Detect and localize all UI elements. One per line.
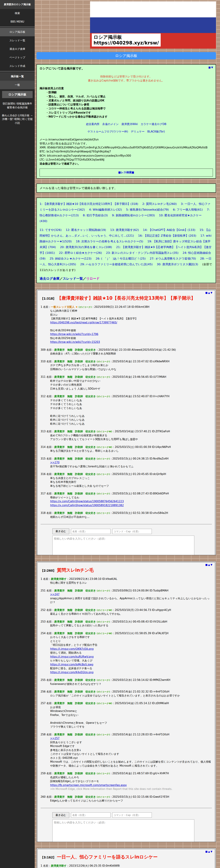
post-datetime-id: ：2025/03/14(金) 23:46:56.65 ID:/LF7/MIAH [110, 375, 166, 378]
donation-note: 管理人が受け取る金品は以下のみです。 [39, 142, 213, 146]
thread-list-item-link[interactable]: 22: 星野ロミ綜合★カクケー(26) [59, 251, 102, 254]
thread-list-link[interactable]: スレッド一覧 [63, 277, 83, 280]
post-body-line: >>270 [50, 461, 212, 465]
name-input[interactable] [71, 812, 111, 818]
thread-list-item-link[interactable]: 13: 唐澤貴洋殺す(62) [110, 228, 139, 231]
related-link[interactable]: カラケー過去ログDB [141, 123, 166, 126]
post-body-line: ホスト元: 040298.xyz [50, 756, 212, 760]
post-body-textarea[interactable] [53, 535, 194, 555]
thread-list-item-link[interactable]: 5: 猪島康生(Takoseika)総合(79) [126, 208, 169, 211]
submit-post-button[interactable]: 書き込む [53, 528, 69, 534]
post-datetime-id: ：2025/03/11(火) 00:45:08.43 ID:VV2lLLdbH [110, 620, 167, 623]
res-search-link[interactable]: ■レス検索■ [118, 171, 134, 174]
post-link[interactable]: https://fb.smartscreen.microsoft.com/sma… [50, 784, 127, 787]
thread-box-inner: ■▲▼【3:162】一日一人、恒心ファミリーを語るスレinロシケー1 名前：唐澤… [37, 849, 215, 868]
post-link[interactable]: https://x.com/CallinShow/status/19005887… [50, 500, 124, 503]
thread-list-item-link[interactable]: 9: 新路線開拓省inロシケー(283) [112, 214, 155, 217]
usage-notice-item: ・防弾鯖 [46, 90, 213, 94]
post-author-name: 唐澤貴洋 無能 詐欺師 幼女好き [54, 512, 96, 515]
post-body-line: https://i.imgur.com/JpMcBpS.jpeg [50, 663, 212, 666]
thread-list-item-link[interactable]: 11: てすや(326) [39, 228, 62, 231]
submit-post-button[interactable]: 書き込む [53, 812, 69, 818]
sidebar-item-bbs-menu[interactable]: BBS MENU [0, 18, 35, 26]
related-link[interactable]: 唐澤貴洋Wiki [121, 123, 138, 126]
post-datetime-id: ：2025/03/14(金) 21:02:32.32 ID:+4mF51KsH [110, 690, 169, 693]
thread-list-item-link[interactable]: 18: 次期カラケーの名称を考えるスレinカクケー(5) [76, 240, 143, 243]
post-body-textarea[interactable] [53, 819, 194, 842]
thread-list-item-link[interactable]: 20: 唐澤貴洋(3)の渾名を書くスレ(108) [60, 245, 112, 249]
thread-list-footer: 過去ログ倉庫／スレッド一覧／リロード [39, 276, 213, 281]
thread-list-item-link[interactable]: 29: ハセカラファミリー全都道府県に住んでいた説(45) [80, 262, 153, 266]
thread-list-item-link[interactable]: 1: 【唐澤貴洋殺す】雑談★10【長谷川亮太特定13周年】【厚子開示】(318) [39, 202, 138, 206]
post-link[interactable]: https://i.imgur.com/K4xEGUo.png [50, 671, 94, 674]
thread-list-item-link[interactable]: 26: ( ’ｊ’ )あ！今日土曜日ど！(25) [96, 257, 146, 260]
thread-list-item-link[interactable]: 4: Wiki編集依頼スレ(32) [89, 208, 122, 211]
post-datetime-id: ：2025/03/14(金) 23:52:40.07 ID:V+cHAH7YH [110, 395, 169, 398]
related-link[interactable]: 永遠のメイン [102, 123, 119, 126]
post-body-line: アカウント切り替えなくてもツイート閲覧出来るし引用RTも飛ばし放題や [50, 437, 212, 441]
post-datetime-id: ：2025/03/14(金) 22:33:00 Allowed(2025/03/… [96, 348, 176, 351]
post-link[interactable]: https://040298.xyz/test/read.cgi/krsw/17… [50, 321, 117, 324]
thread-nav-icons[interactable]: ■▲▼ [205, 850, 213, 853]
post-capcode: (ガイコーク) [97, 360, 110, 363]
thread-list-item-link[interactable]: 16: 【田記正規】Z李綜合【新宿租界】(203) [138, 234, 196, 237]
sidebar-item-page-top[interactable]: ページトップ [0, 53, 35, 62]
related-link[interactable]: BLACK板(Tor) [147, 130, 165, 133]
intro-red-notice-1: 削除依頼などは管理スレで受け付けます。 [39, 75, 213, 79]
post-link[interactable]: https://i.imgur.com/kuRURwV.png [50, 655, 94, 658]
reload-link[interactable]: リロード [86, 277, 100, 280]
post: 313 名前：唐澤貴洋 無能 詐欺師 幼女好き (ガイコークW)：2025/03… [41, 430, 212, 441]
post-body-line: https://x.com/CallinShow/status/19005887… [50, 499, 212, 503]
command-cap-input[interactable] [112, 529, 152, 534]
thread-nav-icons[interactable]: ■▲▼ [205, 291, 213, 294]
post-capcode: (ガイコーク) [78, 306, 92, 308]
post-header: 260 名前：唐澤貴洋 無能 詐欺師 幼女好き (ガイコーク)：2025/03/… [41, 795, 212, 799]
thread-number-count: 【1:318】 [41, 297, 56, 300]
thread-nav-icons[interactable]: ■▲▼ [205, 563, 213, 566]
post-link[interactable]: https://x.com/CallinShow/status/19005891… [50, 504, 124, 507]
thread-list-item-link[interactable]: 12: 匿名チャット開拓路線(19) [66, 228, 106, 231]
post-body-line: ヒゲ剃りもしないで登場。大あくび [50, 659, 212, 663]
sidebar-item-search[interactable]: 検索 [0, 9, 35, 18]
intro-nav-icons[interactable]: ■▼ [208, 66, 214, 69]
sidebar-item-russia-board-active[interactable]: ロシア掲示板 [0, 28, 35, 36]
related-link[interactable]: ゲストルームフロア(ウツケー枠) [88, 130, 128, 133]
post-link[interactable]: https://i.imgur.com/OKN7cEA.png [50, 647, 94, 650]
anchor-link[interactable]: >>247 [50, 593, 60, 596]
sidebar-board-russia[interactable]: ロシア掲示板 [2, 91, 33, 98]
thread-list-item-link[interactable]: 25: 婞綜合スレ★カクケー(123) [50, 257, 91, 260]
thread-list-item-link[interactable]: 27: オウム真理教モスクワ道場(70) [150, 257, 196, 260]
sidebar-board-asahi[interactable]: 朝日新聞社 情報漏洩事件 被害者の会掲示板 [0, 100, 35, 112]
post: 316 名前：唐澤貴洋 無能 詐欺師 幼女好き (ガイコーク)：2025/03/… [41, 472, 212, 488]
post-body-line: 改めてXのブロック機能の仕様変更が有能過ぎる [50, 433, 212, 437]
post-author-name: 唐澤貴洋 無能 詐欺師 幼女好き [54, 445, 96, 448]
post-author-name: 唐澤貴洋 無能 詐欺師 幼女好き [54, 772, 96, 775]
post-body-line: 誤検知報告Edgeしかできないゴリホーモ [50, 779, 212, 783]
post-link[interactable]: https://i.imgur.com/JpMcBpS.jpeg [50, 663, 93, 666]
thread-list-item-link[interactable]: 6: フリー個人情報(61) [173, 208, 203, 211]
anchor-link[interactable]: >>270 [50, 461, 60, 464]
sidebar-item-past-log[interactable]: 過去ログ倉庫 [0, 45, 35, 53]
thread-list-item-link[interactable]: 14: 【ChatGPT】AI綜合【Grok】(133) [143, 228, 195, 231]
thread-list-item-link[interactable]: 2: 質問スレinチン毛(260) [142, 202, 177, 206]
post-link[interactable]: https://krsw-wiki.in/wiki/?curid=15203 [50, 340, 100, 344]
thread-list-item-link[interactable]: 23: 新スレのスレタイ・テンプレ内容等議論用スレ(35) [106, 251, 178, 254]
name-input[interactable] [71, 529, 111, 534]
post-link[interactable]: https://krsw-wiki.in/wiki/?curid=1796 [50, 333, 98, 336]
related-link[interactable]: 総合案内所 [86, 123, 100, 126]
thread-list-item-link[interactable]: 30: 唐澤貴洋ボツリヌス菌説(3) [157, 262, 198, 266]
post-datetime-id: ：2025/03/15(土) 01:20:45.65 ID:dcQir9plH [110, 472, 166, 476]
anchor-link[interactable]: >>257 [50, 737, 60, 740]
sidebar-item-thread-list[interactable]: スレッド一覧 [0, 36, 35, 45]
thread-list-item-link[interactable]: 8: 犯行予告綜合(3) [83, 214, 108, 217]
post: 256 名前：唐澤貴洋 無能 詐欺師 幼女好き (ガイコーク)：2025/03/… [41, 690, 212, 698]
related-link[interactable]: デリュケー [131, 130, 145, 133]
post: 1 名前：一般スレッド支配人 ★ (ガイコーク)：2025/03/09(日) 2… [41, 305, 212, 344]
past-log-link[interactable]: 過去ログ倉庫 [39, 277, 60, 280]
sidebar-board-abarenbo[interactable]: 暴れん坊会計士II掲示板 ～洋機一髪! 暗闇に咲く官能小説 [0, 112, 35, 127]
main-content: ロシア掲示板 https://040298.xyz/krsw/ ロシア掲示板 ■… [35, 0, 220, 868]
thread-box-inner: ■▲▼【2:260】質問スレinチン毛1 名前：唐澤貴洋殺す：2023/09/2… [37, 562, 215, 842]
command-cap-input[interactable] [112, 812, 152, 818]
sidebar-item-create-thread[interactable]: スレッド作成 [0, 62, 35, 70]
post-author-name: 唐澤貴洋 無能 詐欺師 幼女好き [54, 457, 96, 460]
